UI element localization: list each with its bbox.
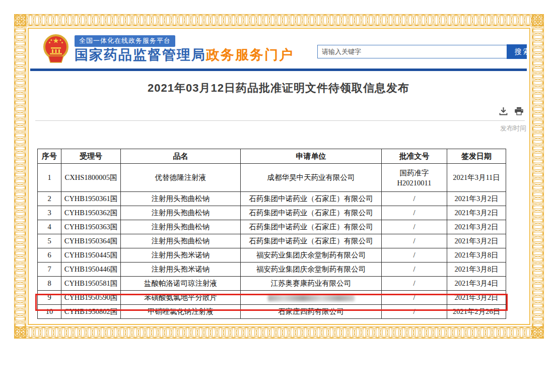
cell-acceptance: CYHB1950446国: [61, 263, 121, 277]
border-corner: [532, 326, 544, 339]
cell-approval: /: [382, 305, 447, 319]
cell-approval: /: [382, 206, 447, 220]
cell-applicant: 石药集团中诺药业（石家庄）有限公司: [241, 234, 382, 248]
cell-applicant-redacted: [241, 291, 382, 305]
download-icon[interactable]: [499, 107, 508, 117]
cell-applicant: 石药集团中诺药业（石家庄）有限公司: [241, 220, 382, 234]
table-row: 2 CYHB1950361国 注射用头孢曲松钠 石药集团中诺药业（石家庄）有限公…: [38, 192, 506, 206]
cell-date: 2021年3月2日: [447, 206, 506, 220]
platform-badge: 全国一体化在线政务服务平台: [75, 35, 175, 47]
cell-no: 4: [38, 220, 61, 234]
redacted-applicant-blur: [268, 295, 355, 301]
cell-date: 2021年3月2日: [447, 220, 506, 234]
national-emblem-logo: [41, 33, 71, 67]
border-right: [532, 14, 544, 339]
cell-approval: /: [382, 192, 447, 206]
article-toolbar: [499, 107, 524, 117]
cell-date: 2021年3月4日: [447, 277, 506, 291]
border-left: [14, 14, 26, 339]
cell-date: 2021年3月2日: [447, 291, 506, 305]
col-header: 批准文号: [382, 149, 447, 164]
col-header: 申请单位: [241, 149, 382, 164]
cell-date: 2021年2月26日: [447, 305, 506, 319]
cell-applicant: 福安药业集团庆余堂制药有限公司: [241, 263, 382, 277]
cell-product: 注射用头孢米诺钠: [121, 263, 241, 277]
table-row: 6 CYHB1950445国 注射用头孢米诺钠 福安药业集团庆余堂制药有限公司 …: [38, 248, 506, 263]
cell-acceptance: CYHB1950802国: [61, 305, 121, 319]
cell-applicant: 石药集团中诺药业（石家庄）有限公司: [241, 206, 382, 220]
table-row: 5 CYHB1950364国 注射用头孢曲松钠 石药集团中诺药业（石家庄）有限公…: [38, 234, 506, 248]
cell-approval: /: [382, 248, 447, 263]
cell-applicant: 江苏奥赛康药业有限公司: [241, 277, 382, 291]
approval-table: 序号 受理号 品名 申请单位 批准文号 签发日期 1 CXHS1800005国 …: [37, 149, 506, 319]
site-title: 国家药品监督管理局政务服务门户: [75, 46, 294, 64]
publish-time-label: 发布时间: [500, 124, 526, 133]
cell-product: 盐酸帕洛诺司琼注射液: [121, 277, 241, 291]
table-row: 1 CXHS1800005国 优替德隆注射液 成都华昊中天药业有限公司 国药准字…: [38, 164, 506, 192]
search-button[interactable]: 搜索: [507, 44, 527, 59]
cell-acceptance: CYHB1950364国: [61, 234, 121, 248]
cell-applicant: 成都华昊中天药业有限公司: [241, 164, 382, 192]
cell-product: 甲硝唑氯化钠注射液: [121, 305, 241, 319]
approval-line2: H20210011: [383, 178, 446, 188]
page-title: 2021年03月12日药品批准证明文件待领取信息发布: [30, 81, 527, 96]
cell-date: 2021年3月2日: [447, 192, 506, 206]
cell-date: 2021年3月2日: [447, 234, 506, 248]
cell-no: 6: [38, 248, 61, 263]
cell-approval: /: [382, 263, 447, 277]
cell-no: 2: [38, 192, 61, 206]
col-header: 序号: [38, 149, 61, 164]
cell-acceptance: CYHB1950362国: [61, 206, 121, 220]
cell-product: 注射用头孢曲松钠: [121, 220, 241, 234]
cell-no: 9: [38, 291, 61, 305]
org-name: 国家药品监督管理局: [75, 47, 206, 62]
table-row-highlighted: 9 CYHB1950590国 苯磺酸氨氯地平分散片 / 2021年3月2日: [38, 291, 506, 305]
header-divider: [30, 69, 527, 71]
cell-acceptance: CYHB1950361国: [61, 192, 121, 206]
cell-acceptance: CYHB1950445国: [61, 248, 121, 263]
cell-no: 8: [38, 277, 61, 291]
cell-approval: /: [382, 220, 447, 234]
portal-name: 政务服务门户: [206, 47, 294, 62]
border-top: [14, 14, 544, 26]
cell-applicant: 石家庄四药有限公司: [241, 305, 382, 319]
cell-date: 2021年3月8日: [447, 263, 506, 277]
table-row: 8 CYHB1950581国 盐酸帕洛诺司琼注射液 江苏奥赛康药业有限公司 / …: [38, 277, 506, 291]
cell-acceptance: CYHB1950581国: [61, 277, 121, 291]
cell-acceptance: CYHB1950590国: [61, 291, 121, 305]
table-row: 10 CYHB1950802国 甲硝唑氯化钠注射液 石家庄四药有限公司 / 20…: [38, 305, 506, 319]
cell-applicant: 石药集团中诺药业（石家庄）有限公司: [241, 192, 382, 206]
cell-no: 3: [38, 206, 61, 220]
border-corner: [14, 14, 26, 26]
table-row: 7 CYHB1950446国 注射用头孢米诺钠 福安药业集团庆余堂制药有限公司 …: [38, 263, 506, 277]
table-row: 4 CYHB1950363国 注射用头孢曲松钠 石药集团中诺药业（石家庄）有限公…: [38, 220, 506, 234]
cell-approval: /: [382, 277, 447, 291]
page-content: 全国一体化在线政务服务平台 国家药品监督管理局政务服务门户 搜索 2021年03…: [30, 30, 527, 325]
cell-acceptance: CYHB1950363国: [61, 220, 121, 234]
cell-date: 2021年3月11日: [447, 164, 506, 192]
approval-line1: 国药准字: [383, 168, 446, 178]
approval-table-wrap: 序号 受理号 品名 申请单位 批准文号 签发日期 1 CXHS1800005国 …: [37, 149, 506, 319]
cell-date: 2021年3月8日: [447, 248, 506, 263]
cell-approval: 国药准字 H20210011: [382, 164, 447, 192]
cell-applicant: 福安药业集团庆余堂制药有限公司: [241, 248, 382, 263]
cell-no: 10: [38, 305, 61, 319]
horizontal-rule: [35, 120, 525, 121]
cell-no: 1: [38, 164, 61, 192]
col-header: 受理号: [61, 149, 121, 164]
col-header: 品名: [121, 149, 241, 164]
screenshot-canvas: 全国一体化在线政务服务平台 国家药品监督管理局政务服务门户 搜索 2021年03…: [0, 0, 554, 392]
print-icon[interactable]: [514, 107, 524, 117]
cell-product: 注射用头孢曲松钠: [121, 206, 241, 220]
cell-approval: /: [382, 291, 447, 305]
border-corner: [14, 326, 26, 339]
border-bottom: [14, 326, 544, 339]
search-input[interactable]: [317, 45, 512, 58]
cell-no: 5: [38, 234, 61, 248]
table-header-row: 序号 受理号 品名 申请单位 批准文号 签发日期: [38, 149, 506, 164]
cell-approval: /: [382, 234, 447, 248]
cell-no: 7: [38, 263, 61, 277]
cell-acceptance: CXHS1800005国: [61, 164, 121, 192]
cell-product: 注射用头孢曲松钠: [121, 234, 241, 248]
cell-product: 优替德隆注射液: [121, 164, 241, 192]
